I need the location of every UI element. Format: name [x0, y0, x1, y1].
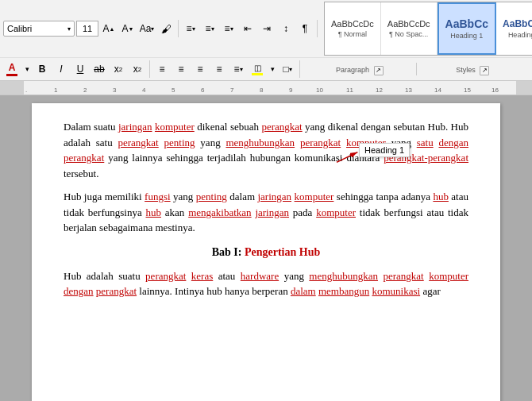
ruler-16: 16: [492, 87, 499, 94]
p2-hub2: hub: [146, 206, 162, 218]
superscript-btn[interactable]: x2: [129, 60, 146, 78]
ruler-margin-left: [0, 81, 24, 94]
shading-icon: ◫: [254, 64, 261, 72]
style-normal[interactable]: AaBbCcDc ¶ Normal: [325, 2, 381, 55]
style-normal-preview: AaBbCcDc: [331, 19, 374, 29]
p3-perangkat2: perangkat: [383, 270, 423, 282]
p1-perangkat2: perangkat: [118, 137, 158, 148]
p3-membangun: membangun: [318, 285, 369, 297]
ruler-13: 13: [405, 87, 412, 94]
shading-btn[interactable]: ◫: [249, 60, 266, 78]
labels-area: Paragraph ↗ Styles ↗: [303, 63, 529, 75]
change-case-btn[interactable]: Aa▾: [138, 20, 156, 37]
alignment-group: ≡ ≡ ≡ ≡ ≡▾ ◫ ▾ □▾: [153, 60, 300, 78]
heading-paragraph: Bab I: Pengertian Hub: [64, 244, 468, 260]
p1-text-3: dikenal sebuah: [195, 121, 262, 133]
tooltip-text: Heading 1: [364, 145, 404, 155]
paragraph-expand-btn[interactable]: ↗: [374, 66, 384, 75]
style-heading1[interactable]: AaBbCc Heading 1: [438, 2, 496, 55]
sort-btn[interactable]: ↕: [277, 20, 295, 37]
p2-komputer: komputer: [295, 191, 334, 202]
p2-text-1: Hub juga memiliki: [64, 191, 145, 202]
clear-format-btn[interactable]: 🖌: [157, 20, 175, 37]
p1-perangkat1: perangkat: [261, 121, 302, 133]
p3-text-1: Hub adalah suatu: [64, 270, 145, 282]
font-name-dropdown[interactable]: Calibri ▾: [3, 21, 75, 37]
chevron-down-icon: ▾: [67, 25, 71, 33]
styles-gallery: AaBbCcDc ¶ Normal AaBbCcDc ¶ No Spac... …: [324, 2, 532, 56]
p2-jaringan: jaringan: [257, 191, 291, 202]
align-right-btn[interactable]: ≡: [191, 60, 209, 78]
ruler-6: 6: [201, 87, 204, 94]
font-color-a-btn[interactable]: A: [3, 60, 21, 78]
font-size-box[interactable]: 11: [76, 21, 98, 37]
p1-dengan: dengan: [438, 137, 468, 148]
align-center-btn[interactable]: ≡: [172, 60, 190, 78]
decrease-indent-btn[interactable]: ⇤: [239, 20, 256, 37]
ruler-margin-right: [516, 81, 532, 94]
toolbar-row1: Calibri ▾ 11 A▲ A▼ Aa▾ 🖌 ≡▾ ≡▾ ≡▾ ⇤ ⇥ ↕ …: [0, 0, 532, 58]
style-h1-preview: AaBbCc: [445, 17, 488, 30]
p2-text-9: pada: [289, 206, 316, 218]
p2-text-3: dalam: [227, 191, 258, 202]
italic-btn[interactable]: I: [52, 60, 70, 78]
bold-btn[interactable]: B: [33, 60, 51, 78]
document-page[interactable]: Dalam suatu jaringan komputer dikenal se…: [32, 103, 500, 401]
ruler-2: 2: [83, 87, 87, 94]
styles-expand-btn[interactable]: ↗: [480, 66, 489, 75]
ruler-14: 14: [434, 87, 441, 94]
align-left-btn[interactable]: ≡: [153, 60, 171, 78]
font-shrink-btn[interactable]: A▼: [119, 20, 137, 37]
line-spacing-btn[interactable]: ≡▾: [229, 60, 247, 78]
font-group: Calibri ▾ 11 A▲ A▼ Aa▾ 🖌: [3, 20, 179, 37]
style-no-space[interactable]: AaBbCcDc ¶ No Spac...: [381, 2, 438, 55]
borders-btn[interactable]: □▾: [279, 60, 296, 78]
ruler-15: 15: [464, 87, 471, 94]
paragraph-2: Hub juga memiliki fungsi yang penting da…: [64, 189, 468, 236]
bullets-btn[interactable]: ≡▾: [182, 20, 199, 37]
p3-komputer: komputer: [429, 270, 468, 282]
p1-text-1: Dalam suatu: [64, 121, 118, 133]
p1-perangkat4: perangkat: [64, 152, 104, 164]
p3-keras: keras: [191, 270, 213, 282]
font-name-value: Calibri: [7, 24, 32, 33]
p2-text-2: yang: [171, 191, 196, 202]
p2-text-7: akan: [161, 206, 188, 218]
p3-text-4: yang: [279, 270, 309, 282]
increase-indent-btn[interactable]: ⇥: [258, 20, 276, 37]
svg-line-1: [337, 152, 357, 163]
font-grow-btn[interactable]: A▲: [100, 20, 118, 37]
toolbar-row2: A ▾ B I U ab x2 x2 ≡ ≡ ≡ ≡ ≡▾ ◫ ▾ □▾: [0, 58, 532, 80]
ruler-zero: .: [25, 87, 27, 94]
ruler: . 1 2 3 4 5 6 7 8 9 10 11 12 13 14 15 16: [0, 81, 532, 95]
p2-penting: penting: [196, 191, 227, 202]
heading1-tooltip: Heading 1: [359, 143, 410, 157]
p1-text-12: tersebut.: [64, 168, 98, 179]
heading-text: Bab I:: [212, 246, 245, 258]
ruler-9: 9: [289, 87, 292, 94]
ruler-12: 12: [376, 87, 383, 94]
font-color-bar: [6, 74, 17, 76]
ruler-4: 4: [142, 87, 145, 94]
font-color-dropdown2[interactable]: ▾: [268, 60, 277, 78]
ruler-8: 8: [260, 87, 263, 94]
multilevel-btn[interactable]: ≡▾: [220, 20, 237, 37]
p2-fungsi: fungsi: [145, 191, 171, 202]
p3-text-9: lainnya. Intinya hub hanya berperan: [137, 285, 291, 297]
ruler-10: 10: [316, 87, 323, 94]
strikethrough-btn[interactable]: ab: [91, 60, 108, 78]
p3-dengan: dengan: [64, 285, 94, 297]
subscript-btn[interactable]: x2: [110, 60, 127, 78]
p1-jaringan: jaringan: [118, 121, 152, 133]
underline-btn[interactable]: U: [71, 60, 89, 78]
pilcrow-btn[interactable]: ¶: [296, 20, 314, 37]
numbering-btn[interactable]: ≡▾: [201, 20, 218, 37]
paragraph-3: Hub adalah suatu perangkat keras atau ha…: [64, 268, 468, 299]
p3-perangkat3: perangkat: [96, 285, 137, 297]
style-heading2[interactable]: AaBbCcE Heading 2: [496, 2, 532, 55]
font-color-dropdown[interactable]: ▾: [22, 60, 32, 78]
ruler-11: 11: [346, 87, 353, 94]
p1-text-6: yang: [195, 137, 226, 148]
p2-mengakibatkan: mengakibatkan: [188, 206, 251, 218]
justify-btn[interactable]: ≡: [210, 60, 228, 78]
